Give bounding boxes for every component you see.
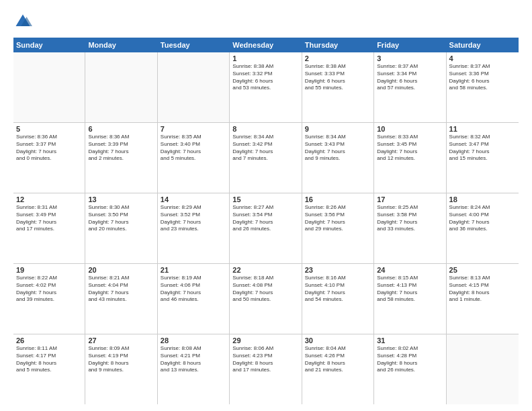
calendar-cell: 3Sunrise: 8:37 AM Sunset: 3:34 PM Daylig…: [374, 52, 446, 122]
day-number: 19: [16, 266, 82, 274]
calendar-cell: 7Sunrise: 8:35 AM Sunset: 3:40 PM Daylig…: [158, 123, 230, 193]
day-number: 1: [232, 54, 298, 62]
day-info: Sunrise: 8:32 AM Sunset: 3:47 PM Dayligh…: [449, 134, 516, 163]
day-info: Sunrise: 8:08 AM Sunset: 4:21 PM Dayligh…: [161, 345, 226, 374]
header-day-saturday: Saturday: [447, 38, 519, 52]
header-day-wednesday: Wednesday: [230, 38, 302, 52]
header-day-thursday: Thursday: [302, 38, 374, 52]
day-number: 25: [449, 266, 516, 274]
day-number: 29: [232, 336, 298, 345]
calendar-cell: 1Sunrise: 8:38 AM Sunset: 3:32 PM Daylig…: [230, 52, 302, 122]
calendar-cell: 2Sunrise: 8:38 AM Sunset: 3:33 PM Daylig…: [302, 52, 374, 122]
day-info: Sunrise: 8:35 AM Sunset: 3:40 PM Dayligh…: [161, 134, 226, 163]
day-number: 13: [88, 195, 154, 203]
calendar-week-3: 12Sunrise: 8:31 AM Sunset: 3:49 PM Dayli…: [13, 193, 519, 264]
calendar-cell: 9Sunrise: 8:34 AM Sunset: 3:43 PM Daylig…: [302, 123, 374, 193]
day-number: 18: [449, 195, 516, 203]
logo-icon: [13, 12, 32, 31]
day-info: Sunrise: 8:09 AM Sunset: 4:19 PM Dayligh…: [88, 345, 154, 374]
header: [13, 12, 519, 31]
calendar-cell: 28Sunrise: 8:08 AM Sunset: 4:21 PM Dayli…: [158, 334, 230, 404]
calendar-cell: 4Sunrise: 8:37 AM Sunset: 3:36 PM Daylig…: [447, 52, 519, 122]
day-number: 6: [88, 125, 154, 133]
day-info: Sunrise: 8:31 AM Sunset: 3:49 PM Dayligh…: [16, 204, 82, 233]
header-day-friday: Friday: [374, 38, 446, 52]
calendar-cell: 16Sunrise: 8:26 AM Sunset: 3:56 PM Dayli…: [302, 193, 374, 263]
day-info: Sunrise: 8:13 AM Sunset: 4:15 PM Dayligh…: [449, 275, 516, 304]
calendar-cell: 25Sunrise: 8:13 AM Sunset: 4:15 PM Dayli…: [447, 264, 519, 334]
calendar-cell: 18Sunrise: 8:24 AM Sunset: 4:00 PM Dayli…: [447, 193, 519, 263]
header-day-tuesday: Tuesday: [158, 38, 230, 52]
calendar-week-4: 19Sunrise: 8:22 AM Sunset: 4:02 PM Dayli…: [13, 264, 519, 334]
day-number: 28: [161, 336, 226, 345]
day-number: 7: [161, 125, 226, 133]
day-info: Sunrise: 8:11 AM Sunset: 4:17 PM Dayligh…: [16, 345, 82, 374]
calendar-cell: [447, 334, 519, 404]
day-info: Sunrise: 8:16 AM Sunset: 4:10 PM Dayligh…: [305, 275, 371, 304]
calendar-cell: 20Sunrise: 8:21 AM Sunset: 4:04 PM Dayli…: [85, 264, 157, 334]
calendar-cell: 5Sunrise: 8:36 AM Sunset: 3:37 PM Daylig…: [13, 123, 85, 193]
calendar-body: 1Sunrise: 8:38 AM Sunset: 3:32 PM Daylig…: [13, 52, 519, 404]
day-info: Sunrise: 8:33 AM Sunset: 3:45 PM Dayligh…: [377, 134, 443, 163]
day-info: Sunrise: 8:36 AM Sunset: 3:37 PM Dayligh…: [16, 134, 82, 163]
day-number: 4: [449, 54, 516, 62]
day-number: 23: [305, 266, 371, 274]
day-info: Sunrise: 8:29 AM Sunset: 3:52 PM Dayligh…: [161, 204, 226, 233]
calendar-cell: 15Sunrise: 8:27 AM Sunset: 3:54 PM Dayli…: [230, 193, 302, 263]
day-info: Sunrise: 8:22 AM Sunset: 4:02 PM Dayligh…: [16, 275, 82, 304]
day-number: 17: [377, 195, 443, 203]
day-info: Sunrise: 8:02 AM Sunset: 4:28 PM Dayligh…: [377, 345, 443, 374]
day-info: Sunrise: 8:37 AM Sunset: 3:36 PM Dayligh…: [449, 63, 516, 92]
day-number: 26: [16, 336, 82, 345]
header-day-sunday: Sunday: [13, 38, 85, 52]
calendar-cell: 31Sunrise: 8:02 AM Sunset: 4:28 PM Dayli…: [374, 334, 446, 404]
calendar-header: SundayMondayTuesdayWednesdayThursdayFrid…: [13, 38, 519, 52]
day-number: 27: [88, 336, 154, 345]
day-number: 9: [305, 125, 371, 133]
calendar-cell: [13, 52, 85, 122]
calendar-cell: 13Sunrise: 8:30 AM Sunset: 3:50 PM Dayli…: [85, 193, 157, 263]
day-info: Sunrise: 8:25 AM Sunset: 3:58 PM Dayligh…: [377, 204, 443, 233]
calendar-cell: [85, 52, 157, 122]
day-number: 30: [305, 336, 371, 345]
day-number: 2: [305, 54, 371, 62]
day-info: Sunrise: 8:18 AM Sunset: 4:08 PM Dayligh…: [232, 275, 298, 304]
calendar-cell: 27Sunrise: 8:09 AM Sunset: 4:19 PM Dayli…: [85, 334, 157, 404]
day-info: Sunrise: 8:34 AM Sunset: 3:43 PM Dayligh…: [305, 134, 371, 163]
day-number: 11: [449, 125, 516, 133]
day-info: Sunrise: 8:24 AM Sunset: 4:00 PM Dayligh…: [449, 204, 516, 233]
day-number: 24: [377, 266, 443, 274]
calendar-cell: 8Sunrise: 8:34 AM Sunset: 3:42 PM Daylig…: [230, 123, 302, 193]
calendar-cell: 10Sunrise: 8:33 AM Sunset: 3:45 PM Dayli…: [374, 123, 446, 193]
day-info: Sunrise: 8:30 AM Sunset: 3:50 PM Dayligh…: [88, 204, 154, 233]
calendar-cell: 12Sunrise: 8:31 AM Sunset: 3:49 PM Dayli…: [13, 193, 85, 263]
day-number: 8: [232, 125, 298, 133]
calendar-cell: 14Sunrise: 8:29 AM Sunset: 3:52 PM Dayli…: [158, 193, 230, 263]
calendar-cell: 19Sunrise: 8:22 AM Sunset: 4:02 PM Dayli…: [13, 264, 85, 334]
calendar-cell: 21Sunrise: 8:19 AM Sunset: 4:06 PM Dayli…: [158, 264, 230, 334]
calendar-cell: 17Sunrise: 8:25 AM Sunset: 3:58 PM Dayli…: [374, 193, 446, 263]
day-number: 14: [161, 195, 226, 203]
calendar-cell: 6Sunrise: 8:36 AM Sunset: 3:39 PM Daylig…: [85, 123, 157, 193]
day-info: Sunrise: 8:36 AM Sunset: 3:39 PM Dayligh…: [88, 134, 154, 163]
page: SundayMondayTuesdayWednesdayThursdayFrid…: [0, 0, 532, 411]
calendar: SundayMondayTuesdayWednesdayThursdayFrid…: [13, 38, 519, 404]
calendar-week-2: 5Sunrise: 8:36 AM Sunset: 3:37 PM Daylig…: [13, 123, 519, 193]
day-number: 31: [377, 336, 443, 345]
calendar-cell: 23Sunrise: 8:16 AM Sunset: 4:10 PM Dayli…: [302, 264, 374, 334]
day-info: Sunrise: 8:06 AM Sunset: 4:23 PM Dayligh…: [232, 345, 298, 374]
day-number: 12: [16, 195, 82, 203]
day-info: Sunrise: 8:38 AM Sunset: 3:33 PM Dayligh…: [305, 63, 371, 92]
day-number: 20: [88, 266, 154, 274]
day-info: Sunrise: 8:38 AM Sunset: 3:32 PM Dayligh…: [232, 63, 298, 92]
calendar-week-1: 1Sunrise: 8:38 AM Sunset: 3:32 PM Daylig…: [13, 52, 519, 123]
day-info: Sunrise: 8:19 AM Sunset: 4:06 PM Dayligh…: [161, 275, 226, 304]
calendar-cell: 29Sunrise: 8:06 AM Sunset: 4:23 PM Dayli…: [230, 334, 302, 404]
day-info: Sunrise: 8:26 AM Sunset: 3:56 PM Dayligh…: [305, 204, 371, 233]
day-number: 10: [377, 125, 443, 133]
day-info: Sunrise: 8:34 AM Sunset: 3:42 PM Dayligh…: [232, 134, 298, 163]
day-info: Sunrise: 8:27 AM Sunset: 3:54 PM Dayligh…: [232, 204, 298, 233]
calendar-week-5: 26Sunrise: 8:11 AM Sunset: 4:17 PM Dayli…: [13, 334, 519, 404]
calendar-cell: 26Sunrise: 8:11 AM Sunset: 4:17 PM Dayli…: [13, 334, 85, 404]
day-number: 3: [377, 54, 443, 62]
